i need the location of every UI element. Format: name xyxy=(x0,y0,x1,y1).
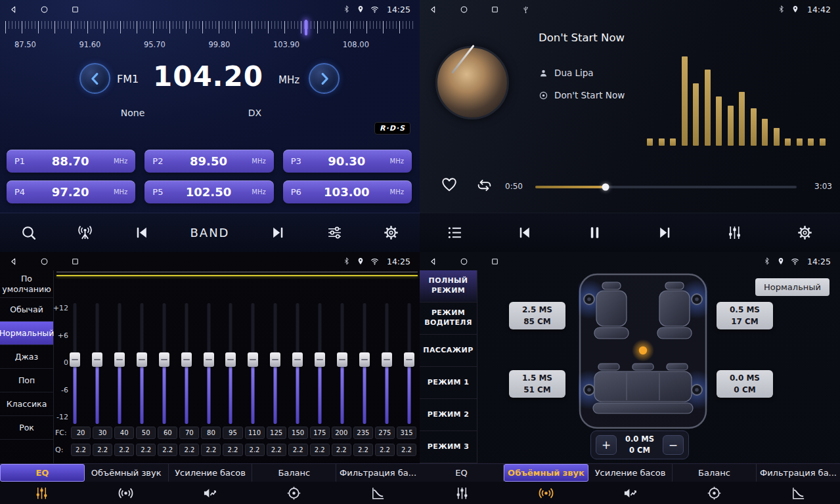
balance-tab-icon[interactable] xyxy=(672,482,756,504)
slider-handle[interactable] xyxy=(181,352,192,367)
preset-button[interactable]: P5 102.50 MHz xyxy=(144,180,273,203)
nav-back-icon[interactable] xyxy=(429,5,437,14)
bass-boost-tab-icon[interactable] xyxy=(168,482,252,504)
favorite-button[interactable] xyxy=(441,176,458,195)
eq-band-slider[interactable] xyxy=(225,303,236,424)
eq-band-slider[interactable] xyxy=(337,303,347,424)
eq-preset-item[interactable]: Рок xyxy=(0,416,53,440)
broadcast-button[interactable] xyxy=(77,224,93,241)
tab-surround[interactable]: Объёмный звук xyxy=(504,464,588,482)
slider-handle[interactable] xyxy=(225,352,236,367)
seek-bar[interactable] xyxy=(535,186,797,188)
settings-button[interactable] xyxy=(797,224,813,241)
eq-tab-icon[interactable] xyxy=(0,482,84,504)
sound-mode-item[interactable]: РЕЖИМ 3 xyxy=(420,431,477,463)
rear-left-delay[interactable]: 1.5 MS 51 CM xyxy=(509,370,565,398)
slider-handle[interactable] xyxy=(92,352,102,367)
tab-surround[interactable]: Объёмный звук xyxy=(85,464,169,482)
slider-handle[interactable] xyxy=(315,352,325,367)
tab-bass-boost[interactable]: Усиление басов xyxy=(588,464,673,482)
slider-handle[interactable] xyxy=(70,352,80,367)
eq-band-slider[interactable] xyxy=(382,303,392,424)
tune-up-button[interactable] xyxy=(309,63,340,94)
seek-bar-knob[interactable] xyxy=(602,184,609,191)
tab-filter[interactable]: Фильтрация ба... xyxy=(757,464,840,482)
nav-home-icon[interactable] xyxy=(40,5,49,14)
slider-handle[interactable] xyxy=(204,352,214,367)
surround-tab-icon[interactable] xyxy=(84,482,168,504)
bass-boost-tab-icon[interactable] xyxy=(588,482,672,504)
nav-recents-icon[interactable] xyxy=(71,5,79,14)
nav-back-icon[interactable] xyxy=(9,257,18,266)
surround-tab-icon[interactable] xyxy=(504,482,588,504)
eq-band-slider[interactable] xyxy=(181,303,192,424)
eq-preset-item[interactable]: Классика xyxy=(0,392,53,416)
nav-back-icon[interactable] xyxy=(429,257,437,266)
sound-mode-item[interactable]: ПОЛНЫЙ РЕЖИМ xyxy=(420,270,477,303)
nav-home-icon[interactable] xyxy=(460,5,468,14)
eq-band-slider[interactable] xyxy=(248,303,258,424)
balance-tab-icon[interactable] xyxy=(252,482,336,504)
seek-next-button[interactable] xyxy=(270,224,286,241)
nav-back-icon[interactable] xyxy=(9,5,18,14)
pause-button[interactable] xyxy=(586,224,603,241)
eq-band-slider[interactable] xyxy=(92,303,102,424)
settings-button[interactable] xyxy=(383,224,399,241)
audio-settings-button[interactable] xyxy=(326,224,343,241)
repeat-button[interactable] xyxy=(476,177,493,196)
nav-recents-icon[interactable] xyxy=(71,257,79,266)
nav-home-icon[interactable] xyxy=(460,257,468,266)
eq-preset-item[interactable]: Джаз xyxy=(0,345,53,369)
sound-mode-item[interactable]: РЕЖИМ ВОДИТЕЛЯ xyxy=(420,303,477,335)
eq-preset-item[interactable]: Обычай xyxy=(0,298,53,322)
nav-recents-icon[interactable] xyxy=(491,257,499,266)
slider-handle[interactable] xyxy=(270,352,280,367)
sound-mode-item[interactable]: ПАССАЖИР xyxy=(420,335,477,367)
nav-home-icon[interactable] xyxy=(40,257,49,266)
scan-button[interactable] xyxy=(20,224,37,241)
delay-increase-button[interactable]: + xyxy=(596,435,617,455)
preset-button[interactable]: P4 97.20 MHz xyxy=(7,180,135,203)
slider-handle[interactable] xyxy=(159,352,169,367)
tab-balance[interactable]: Баланс xyxy=(252,464,336,482)
eq-band-slider[interactable] xyxy=(292,303,303,424)
filter-tab-icon[interactable] xyxy=(756,482,840,504)
slider-handle[interactable] xyxy=(114,352,125,367)
playlist-button[interactable] xyxy=(447,224,463,241)
slider-handle[interactable] xyxy=(337,352,347,367)
sound-mode-item[interactable]: РЕЖИМ 2 xyxy=(420,399,477,431)
preset-button[interactable]: P1 88.70 MHz xyxy=(7,150,135,173)
front-right-delay[interactable]: 0.5 MS 17 CM xyxy=(717,302,773,329)
slider-handle[interactable] xyxy=(404,352,414,367)
rear-right-delay[interactable]: 0.0 MS 0 CM xyxy=(717,370,773,398)
eq-tab-icon[interactable] xyxy=(420,482,504,504)
delay-decrease-button[interactable]: − xyxy=(663,435,684,455)
tune-down-button[interactable] xyxy=(79,63,110,94)
eq-preset-item[interactable]: Поп xyxy=(0,369,53,392)
tab-eq[interactable]: EQ xyxy=(420,464,504,482)
filter-tab-icon[interactable] xyxy=(336,482,420,504)
eq-band-slider[interactable] xyxy=(159,303,169,424)
prev-track-button[interactable] xyxy=(516,224,533,241)
tab-filter[interactable]: Фильтрация ба... xyxy=(336,464,420,482)
slider-handle[interactable] xyxy=(248,352,258,367)
eq-band-slider[interactable] xyxy=(404,303,414,424)
eq-band-slider[interactable] xyxy=(315,303,325,424)
next-track-button[interactable] xyxy=(657,224,673,241)
eq-band-slider[interactable] xyxy=(204,303,214,424)
sound-mode-item[interactable]: РЕЖИМ 1 xyxy=(420,367,477,399)
eq-band-slider[interactable] xyxy=(270,303,280,424)
eq-band-slider[interactable] xyxy=(114,303,125,424)
slider-handle[interactable] xyxy=(382,352,392,367)
tab-balance[interactable]: Баланс xyxy=(673,464,757,482)
eq-band-slider[interactable] xyxy=(137,303,147,424)
frequency-pointer[interactable] xyxy=(305,20,307,35)
eq-preset-item[interactable]: Нормальный xyxy=(0,322,53,345)
eq-band-slider[interactable] xyxy=(359,303,370,424)
seek-prev-button[interactable] xyxy=(133,224,150,241)
preset-button[interactable]: P6 103.00 MHz xyxy=(283,180,412,203)
preset-button[interactable]: P3 90.30 MHz xyxy=(283,150,412,173)
slider-handle[interactable] xyxy=(137,352,147,367)
slider-handle[interactable] xyxy=(292,352,303,367)
tab-bass-boost[interactable]: Усиление басов xyxy=(169,464,253,482)
